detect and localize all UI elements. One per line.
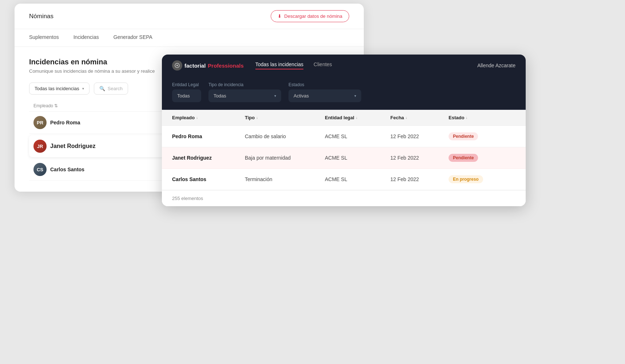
logo-text: factorial [184,63,206,69]
nominas-nav: Suplementos Incidencias Generador SEPA [15,29,364,47]
employee-name: Pedro Roma [172,133,245,139]
nav-suplementos[interactable]: Suplementos [29,34,59,41]
entidad-label: Entidad Legal [172,82,201,87]
fg-nav: Todas las incidencias Clientes [255,61,477,69]
download-label: Descargar datos de nómina [284,13,342,19]
fecha-cell: 12 Feb 2022 [390,155,449,161]
incidencias-filter[interactable]: Todas las incidencias ▾ [29,83,89,95]
sort-icon: ↓ [256,116,258,120]
elements-count: 255 elementos [172,196,203,201]
employee-cell: JR Janet Rodriguez [33,140,175,153]
sort-icon: ↓ [466,116,467,120]
fg-logo: factorial [172,60,206,71]
fg-user: Allende Azcarate [477,63,515,68]
col-empleado: Empleado ⇅ [33,103,175,108]
professionals-label: Professionals [208,63,243,69]
tipo-cell: Terminación [245,176,325,182]
factorial-icon [172,60,182,71]
fecha-cell: 12 Feb 2022 [390,176,449,182]
estado-label: Estados [288,82,361,87]
estado-filter-group: Estados Activas ▾ [288,82,361,102]
estado-cell: Pendiente [449,154,507,162]
fg-header: factorial Professionals Todas las incide… [162,55,526,76]
fg-filters: Entidad Legal Todas Tipo de incidencia T… [162,76,526,110]
svg-point-1 [176,65,178,66]
table-row[interactable]: Pedro Roma Cambio de salario ACME SL 12 … [162,126,526,147]
fg-footer: 255 elementos [162,190,526,206]
avatar: PR [33,116,47,129]
fecha-cell: 12 Feb 2022 [390,133,449,139]
employee-name: Janet Rodriguez [172,155,245,161]
fg-table-header: Empleado ↓ Tipo ↓ Entidad legal ↓ Fecha … [162,110,526,126]
status-badge: En progreso [449,175,483,183]
nav-incidencias[interactable]: Incidencias [73,34,99,41]
nav-generador-sepa[interactable]: Generador SEPA [114,34,152,41]
col-entidad: Entidad legal ↓ [325,115,390,120]
tipo-dropdown[interactable]: Todas ▾ [208,89,281,102]
employee-name: Pedro Roma [50,120,80,125]
sort-icon: ↓ [406,116,407,120]
chevron-down-icon: ▾ [82,87,84,91]
status-badge: Pendiente [449,154,478,162]
nominas-title: Nóminas [29,13,53,20]
employee-name: Carlos Santos [50,167,84,172]
estado-cell: En progreso [449,175,507,183]
download-icon: ⬇ [278,13,282,19]
avatar: JR [33,140,47,153]
nominas-header: Nóminas ⬇ Descargar datos de nómina [15,4,364,29]
chevron-down-icon: ▾ [354,94,356,98]
tipo-cell: Cambio de salario [245,133,325,139]
status-badge: Pendiente [449,132,478,140]
filter-label: Todas las incidencias [35,86,79,91]
nav-clientes[interactable]: Clientes [314,61,332,69]
tipo-value: Todas [214,93,226,99]
employee-name: Carlos Santos [172,176,245,182]
employee-cell: PR Pedro Roma [33,116,175,129]
col-tipo: Tipo ↓ [245,115,325,120]
entidad-cell: ACME SL [325,155,390,161]
entidad-cell: ACME SL [325,176,390,182]
chevron-down-icon: ▾ [274,94,276,98]
table-row[interactable]: Carlos Santos Terminación ACME SL 12 Feb… [162,169,526,190]
professionals-card: factorial Professionals Todas las incide… [162,55,526,206]
sort-icon: ↓ [356,116,358,120]
employee-name: Janet Rodriguez [50,143,95,149]
search-box[interactable]: 🔍 Search [94,83,128,95]
col-empleado: Empleado ↓ [172,115,245,120]
estado-value: Activas [294,93,309,99]
nav-todas-incidencias[interactable]: Todas las incidencias [255,61,303,69]
search-icon: 🔍 [99,86,105,91]
tipo-cell: Baja por maternidad [245,155,325,161]
table-row[interactable]: Janet Rodriguez Baja por maternidad ACME… [162,147,526,169]
entidad-value: Todas [177,93,190,99]
tipo-filter-group: Tipo de incidencia Todas ▾ [208,82,281,102]
sort-icon: ↓ [196,116,198,120]
avatar: CS [33,163,47,176]
tipo-label: Tipo de incidencia [208,82,281,87]
fg-table: Empleado ↓ Tipo ↓ Entidad legal ↓ Fecha … [162,110,526,206]
estado-dropdown[interactable]: Activas ▾ [288,89,361,102]
search-placeholder: Search [108,86,123,91]
col-estado: Estado ↓ [449,115,507,120]
employee-cell: CS Carlos Santos [33,163,175,176]
entidad-cell: ACME SL [325,133,390,139]
entidad-filter-group: Entidad Legal Todas [172,82,201,102]
col-fecha: Fecha ↓ [390,115,449,120]
download-button[interactable]: ⬇ Descargar datos de nómina [271,10,349,22]
estado-cell: Pendiente [449,132,507,140]
entidad-dropdown[interactable]: Todas [172,89,201,102]
